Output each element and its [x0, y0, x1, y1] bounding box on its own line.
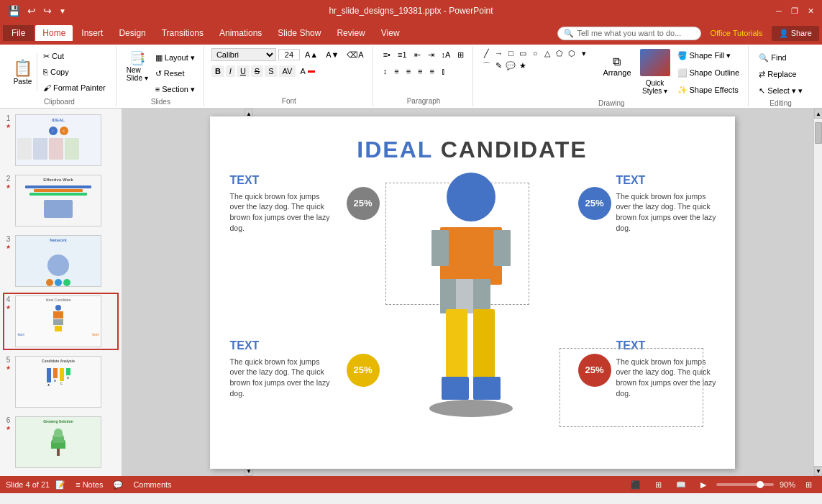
star-shape[interactable]: ★ — [517, 60, 529, 71]
slideshow-menu[interactable]: Slide Show — [270, 25, 328, 41]
comments-label: Comments — [133, 480, 171, 489]
underline-button[interactable]: U — [237, 65, 250, 77]
italic-button[interactable]: I — [226, 65, 235, 77]
oval-shape[interactable]: ○ — [529, 47, 541, 59]
rounded-rect-shape[interactable]: ▭ — [517, 47, 529, 59]
slide-thumb-1[interactable]: 1 ★ IDEAL i c — [3, 111, 119, 169]
fit-window-button[interactable]: ⊞ — [801, 479, 816, 491]
decrease-indent-button[interactable]: ⇤ — [411, 47, 424, 62]
close-button[interactable]: ✕ — [805, 5, 816, 17]
curve-shape[interactable]: ⌒ — [480, 60, 492, 71]
font-color-button[interactable]: A — [297, 64, 317, 78]
char-spacing-button[interactable]: AV — [279, 65, 296, 77]
freeform-shape[interactable]: ✎ — [493, 60, 504, 71]
normal-view-button[interactable]: ⬛ — [626, 479, 645, 491]
text-direction-button[interactable]: ↕A — [439, 47, 454, 62]
cut-button[interactable]: ✂ Cut — [40, 49, 109, 63]
pentagon-shape[interactable]: ⬠ — [554, 47, 565, 59]
review-menu[interactable]: Review — [329, 25, 372, 41]
decrease-font-button[interactable]: A▼ — [323, 47, 342, 62]
svg-rect-6 — [473, 279, 490, 313]
right-scroll-down[interactable]: ▼ — [814, 466, 822, 476]
tell-me-text: Tell me what you want to do... — [577, 29, 681, 37]
shape-effects-button[interactable]: ✨ Shape Effects — [675, 82, 743, 98]
slideshow-button[interactable]: ▶ — [696, 479, 711, 491]
undo-icon[interactable]: ↩ — [25, 4, 38, 18]
strikethrough-button[interactable]: S — [251, 65, 263, 77]
slide-num-1: 1 — [6, 114, 11, 122]
fill-icon: 🪣 — [677, 51, 688, 60]
triangle-shape[interactable]: △ — [542, 47, 553, 59]
left-bottom-percent: 25% — [353, 365, 372, 375]
office-tutorials-link[interactable]: Office Tutorials — [703, 26, 770, 40]
slide-thumb-2[interactable]: 2 ★ Effective Work — [3, 172, 119, 229]
shape-fill-button[interactable]: 🪣 Shape Fill ▾ — [675, 47, 743, 63]
section-button[interactable]: ≡ Section ▾ — [152, 82, 198, 96]
right-scroll-thumb[interactable] — [815, 122, 822, 144]
justify-button[interactable]: ≡ — [426, 64, 437, 78]
share-button[interactable]: 👤 Share — [772, 26, 819, 41]
arrange-button[interactable]: ⧉ Arrange — [598, 47, 635, 85]
font-size-input[interactable] — [278, 49, 300, 60]
shape-outline-button[interactable]: ⬜ Shape Outline — [675, 65, 743, 81]
comments-button[interactable]: Comments — [129, 479, 175, 490]
format-painter-button[interactable]: 🖌 Format Painter — [40, 81, 109, 95]
rect-shape[interactable]: □ — [505, 47, 516, 59]
copy-button[interactable]: ⎘ Copy — [40, 65, 109, 79]
slide-thumb-3[interactable]: 3 ★ Network — [3, 232, 119, 290]
align-left-button[interactable]: ≡ — [391, 64, 401, 78]
hexagon-shape[interactable]: ⬡ — [566, 47, 577, 59]
convert-smartart-button[interactable]: ⊞ — [455, 47, 467, 62]
shadow-button[interactable]: S — [265, 65, 277, 77]
arrange-icon: ⧉ — [613, 55, 621, 68]
increase-indent-button[interactable]: ⇥ — [425, 47, 437, 62]
save-icon[interactable]: 💾 — [6, 4, 22, 18]
replace-button[interactable]: ⇄ Replace — [756, 67, 805, 81]
insert-menu[interactable]: Insert — [74, 25, 110, 41]
slide-image-6: Growing Solution — [15, 416, 101, 468]
redo-icon[interactable]: ↪ — [41, 4, 54, 18]
reading-view-button[interactable]: 📖 — [672, 479, 690, 491]
line-spacing-button[interactable]: ↕ — [380, 64, 391, 78]
file-menu[interactable]: File — [3, 25, 34, 41]
columns-button[interactable]: ⫿ — [439, 64, 449, 78]
slide-image-1: IDEAL i c — [15, 114, 101, 166]
notes-button[interactable]: ≡ Notes — [71, 479, 107, 490]
find-button[interactable]: 🔍 Find — [756, 50, 805, 65]
design-menu[interactable]: Design — [111, 25, 152, 41]
new-slide-button[interactable]: 📑 NewSlide ▾ — [124, 47, 151, 85]
font-family-select[interactable]: Calibri — [211, 48, 276, 61]
slide-thumb-4[interactable]: 4 ★ Ideal Candidate TEXT TEXT — [3, 293, 119, 350]
more-shapes[interactable]: ▾ — [578, 47, 590, 59]
quick-styles-label[interactable]: QuickStyles ▾ — [639, 79, 672, 95]
layout-button[interactable]: ▦ Layout ▾ — [152, 50, 198, 65]
right-scroll-up[interactable]: ▲ — [814, 109, 822, 119]
align-right-button[interactable]: ≡ — [415, 64, 425, 78]
zoom-slider[interactable] — [716, 483, 774, 486]
slide-thumb-6[interactable]: 6 ★ Growing Solution — [3, 413, 119, 471]
bold-button[interactable]: B — [211, 65, 224, 77]
animations-menu[interactable]: Animations — [212, 25, 269, 41]
restore-button[interactable]: ❐ — [789, 5, 800, 17]
vertical-scrollbar-right[interactable]: ▲ ▼ — [813, 109, 822, 476]
new-slide-label: NewSlide ▾ — [127, 66, 148, 82]
line-shape[interactable]: ╱ — [480, 47, 492, 59]
align-center-button[interactable]: ≡ — [403, 64, 414, 78]
home-menu[interactable]: Home — [35, 25, 73, 41]
slide-sorter-button[interactable]: ⊞ — [651, 479, 666, 491]
slide-thumb-5[interactable]: 5 ★ Candidate Analysis A B C — [3, 353, 119, 411]
minimize-button[interactable]: ─ — [773, 5, 785, 17]
tell-me-bar[interactable]: 🔍 Tell me what you want to do... — [557, 27, 701, 40]
clear-format-button[interactable]: ⌫A — [344, 47, 366, 62]
customize-quick-access-icon[interactable]: ▼ — [57, 6, 68, 17]
paste-button[interactable]: 📋 Paste — [9, 53, 37, 91]
bullets-button[interactable]: ≡• — [380, 47, 393, 62]
numbering-button[interactable]: ≡1 — [395, 47, 410, 62]
transitions-menu[interactable]: Transitions — [155, 25, 211, 41]
select-button[interactable]: ↖ Select ▾ ▾ — [756, 83, 805, 98]
arrow-shape[interactable]: → — [493, 47, 504, 59]
callout-shape[interactable]: 💬 — [505, 60, 516, 71]
reset-button[interactable]: ↺ Reset — [152, 66, 198, 81]
view-menu[interactable]: View — [374, 25, 407, 41]
increase-font-button[interactable]: A▲ — [302, 47, 321, 62]
